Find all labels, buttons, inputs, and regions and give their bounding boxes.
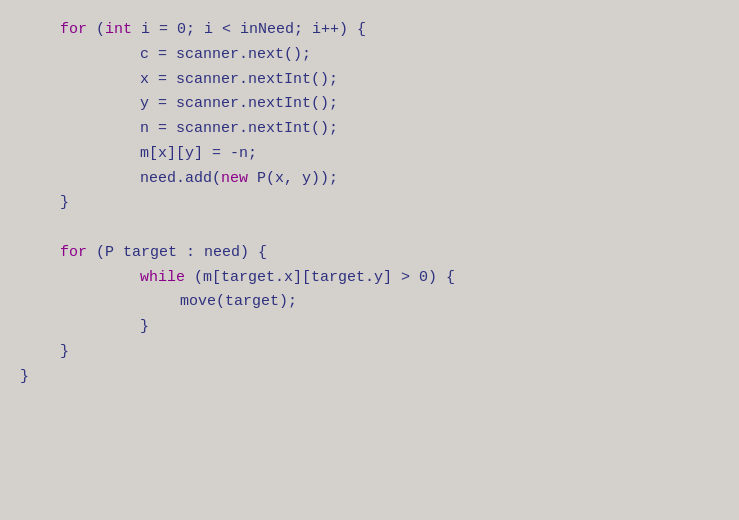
code-line-6: m[x][y] = -n; <box>20 142 719 167</box>
code-container: for (int i = 0; i < inNeed; i++) { c = s… <box>0 0 739 520</box>
code-line-13: } <box>20 340 719 365</box>
code-line-4: y = scanner.nextInt(); <box>20 92 719 117</box>
code-line-8: } <box>20 191 719 216</box>
empty-line <box>20 216 719 241</box>
code-line-2: c = scanner.next(); <box>20 43 719 68</box>
code-line-3: x = scanner.nextInt(); <box>20 68 719 93</box>
code-line-7: need.add(new P(x, y)); <box>20 167 719 192</box>
code-line-5: n = scanner.nextInt(); <box>20 117 719 142</box>
code-line-14: } <box>20 365 719 390</box>
code-line-12: } <box>20 315 719 340</box>
code-line-1: for (int i = 0; i < inNeed; i++) { <box>20 18 719 43</box>
code-line-11: move(target); <box>20 290 719 315</box>
code-line-9: for (P target : need) { <box>20 241 719 266</box>
code-line-10: while (m[target.x][target.y] > 0) { <box>20 266 719 291</box>
code-block: for (int i = 0; i < inNeed; i++) { c = s… <box>20 18 719 389</box>
